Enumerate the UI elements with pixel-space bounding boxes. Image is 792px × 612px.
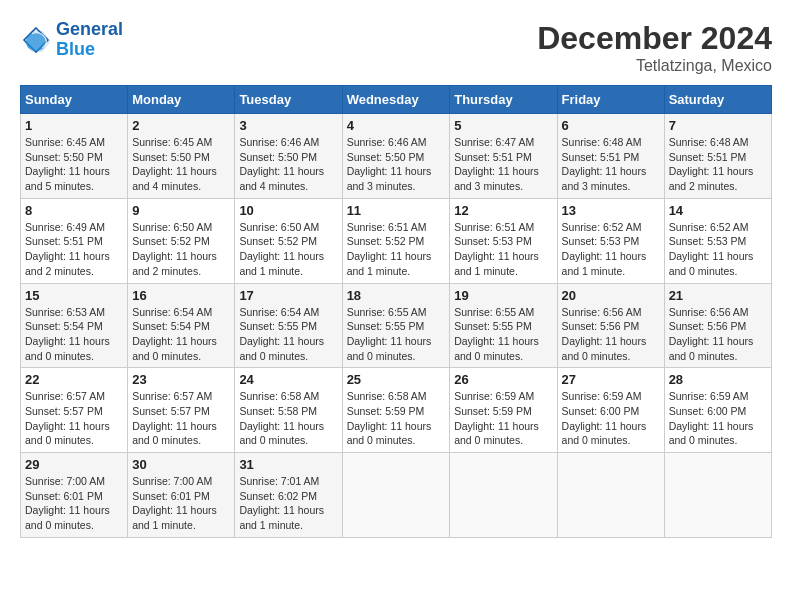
day-number: 17	[239, 288, 337, 303]
day-number: 21	[669, 288, 767, 303]
col-monday: Monday	[128, 86, 235, 114]
calendar-cell: 6Sunrise: 6:48 AMSunset: 5:51 PMDaylight…	[557, 114, 664, 199]
calendar-cell: 13Sunrise: 6:52 AMSunset: 5:53 PMDayligh…	[557, 198, 664, 283]
day-number: 8	[25, 203, 123, 218]
day-number: 24	[239, 372, 337, 387]
day-number: 10	[239, 203, 337, 218]
calendar-cell: 22Sunrise: 6:57 AMSunset: 5:57 PMDayligh…	[21, 368, 128, 453]
calendar-cell: 25Sunrise: 6:58 AMSunset: 5:59 PMDayligh…	[342, 368, 450, 453]
calendar-cell: 2Sunrise: 6:45 AMSunset: 5:50 PMDaylight…	[128, 114, 235, 199]
calendar-cell: 28Sunrise: 6:59 AMSunset: 6:00 PMDayligh…	[664, 368, 771, 453]
calendar-cell: 12Sunrise: 6:51 AMSunset: 5:53 PMDayligh…	[450, 198, 557, 283]
day-number: 9	[132, 203, 230, 218]
logo-icon	[20, 24, 52, 56]
calendar-cell: 29Sunrise: 7:00 AMSunset: 6:01 PMDayligh…	[21, 453, 128, 538]
day-info: Sunrise: 6:58 AMSunset: 5:58 PMDaylight:…	[239, 389, 337, 448]
calendar-cell: 24Sunrise: 6:58 AMSunset: 5:58 PMDayligh…	[235, 368, 342, 453]
col-wednesday: Wednesday	[342, 86, 450, 114]
day-info: Sunrise: 6:53 AMSunset: 5:54 PMDaylight:…	[25, 305, 123, 364]
calendar-cell: 30Sunrise: 7:00 AMSunset: 6:01 PMDayligh…	[128, 453, 235, 538]
day-info: Sunrise: 7:00 AMSunset: 6:01 PMDaylight:…	[25, 474, 123, 533]
day-info: Sunrise: 6:51 AMSunset: 5:52 PMDaylight:…	[347, 220, 446, 279]
day-info: Sunrise: 6:46 AMSunset: 5:50 PMDaylight:…	[347, 135, 446, 194]
day-info: Sunrise: 6:51 AMSunset: 5:53 PMDaylight:…	[454, 220, 552, 279]
calendar-cell: 7Sunrise: 6:48 AMSunset: 5:51 PMDaylight…	[664, 114, 771, 199]
calendar-week-5: 29Sunrise: 7:00 AMSunset: 6:01 PMDayligh…	[21, 453, 772, 538]
day-info: Sunrise: 6:52 AMSunset: 5:53 PMDaylight:…	[562, 220, 660, 279]
day-info: Sunrise: 6:57 AMSunset: 5:57 PMDaylight:…	[25, 389, 123, 448]
calendar-week-4: 22Sunrise: 6:57 AMSunset: 5:57 PMDayligh…	[21, 368, 772, 453]
day-info: Sunrise: 6:59 AMSunset: 6:00 PMDaylight:…	[669, 389, 767, 448]
day-number: 18	[347, 288, 446, 303]
day-number: 6	[562, 118, 660, 133]
day-info: Sunrise: 6:59 AMSunset: 6:00 PMDaylight:…	[562, 389, 660, 448]
logo-line2: Blue	[56, 39, 95, 59]
day-info: Sunrise: 6:56 AMSunset: 5:56 PMDaylight:…	[562, 305, 660, 364]
calendar-cell: 19Sunrise: 6:55 AMSunset: 5:55 PMDayligh…	[450, 283, 557, 368]
calendar-cell: 20Sunrise: 6:56 AMSunset: 5:56 PMDayligh…	[557, 283, 664, 368]
day-number: 13	[562, 203, 660, 218]
title-block: December 2024 Tetlatzinga, Mexico	[537, 20, 772, 75]
day-number: 30	[132, 457, 230, 472]
day-number: 22	[25, 372, 123, 387]
calendar-cell: 18Sunrise: 6:55 AMSunset: 5:55 PMDayligh…	[342, 283, 450, 368]
day-number: 14	[669, 203, 767, 218]
calendar-cell: 27Sunrise: 6:59 AMSunset: 6:00 PMDayligh…	[557, 368, 664, 453]
calendar-cell: 11Sunrise: 6:51 AMSunset: 5:52 PMDayligh…	[342, 198, 450, 283]
calendar-cell: 10Sunrise: 6:50 AMSunset: 5:52 PMDayligh…	[235, 198, 342, 283]
day-number: 16	[132, 288, 230, 303]
day-info: Sunrise: 6:45 AMSunset: 5:50 PMDaylight:…	[132, 135, 230, 194]
month-title: December 2024	[537, 20, 772, 57]
day-info: Sunrise: 6:54 AMSunset: 5:55 PMDaylight:…	[239, 305, 337, 364]
day-info: Sunrise: 6:57 AMSunset: 5:57 PMDaylight:…	[132, 389, 230, 448]
day-info: Sunrise: 6:50 AMSunset: 5:52 PMDaylight:…	[132, 220, 230, 279]
col-friday: Friday	[557, 86, 664, 114]
day-number: 23	[132, 372, 230, 387]
day-info: Sunrise: 6:55 AMSunset: 5:55 PMDaylight:…	[347, 305, 446, 364]
day-number: 26	[454, 372, 552, 387]
day-number: 31	[239, 457, 337, 472]
calendar-cell: 16Sunrise: 6:54 AMSunset: 5:54 PMDayligh…	[128, 283, 235, 368]
col-tuesday: Tuesday	[235, 86, 342, 114]
calendar-cell	[557, 453, 664, 538]
day-info: Sunrise: 6:55 AMSunset: 5:55 PMDaylight:…	[454, 305, 552, 364]
day-info: Sunrise: 6:59 AMSunset: 5:59 PMDaylight:…	[454, 389, 552, 448]
col-sunday: Sunday	[21, 86, 128, 114]
day-number: 11	[347, 203, 446, 218]
calendar-cell: 15Sunrise: 6:53 AMSunset: 5:54 PMDayligh…	[21, 283, 128, 368]
day-number: 1	[25, 118, 123, 133]
col-thursday: Thursday	[450, 86, 557, 114]
logo-text: General Blue	[56, 20, 123, 60]
calendar-week-2: 8Sunrise: 6:49 AMSunset: 5:51 PMDaylight…	[21, 198, 772, 283]
calendar-cell: 9Sunrise: 6:50 AMSunset: 5:52 PMDaylight…	[128, 198, 235, 283]
day-number: 28	[669, 372, 767, 387]
calendar-cell: 14Sunrise: 6:52 AMSunset: 5:53 PMDayligh…	[664, 198, 771, 283]
logo-line1: General	[56, 19, 123, 39]
day-number: 4	[347, 118, 446, 133]
day-info: Sunrise: 6:49 AMSunset: 5:51 PMDaylight:…	[25, 220, 123, 279]
location-title: Tetlatzinga, Mexico	[537, 57, 772, 75]
day-info: Sunrise: 6:45 AMSunset: 5:50 PMDaylight:…	[25, 135, 123, 194]
day-number: 27	[562, 372, 660, 387]
calendar-cell: 17Sunrise: 6:54 AMSunset: 5:55 PMDayligh…	[235, 283, 342, 368]
day-number: 19	[454, 288, 552, 303]
day-number: 20	[562, 288, 660, 303]
day-number: 2	[132, 118, 230, 133]
day-number: 25	[347, 372, 446, 387]
calendar-week-1: 1Sunrise: 6:45 AMSunset: 5:50 PMDaylight…	[21, 114, 772, 199]
page-header: General Blue December 2024 Tetlatzinga, …	[20, 20, 772, 75]
calendar-cell: 4Sunrise: 6:46 AMSunset: 5:50 PMDaylight…	[342, 114, 450, 199]
calendar-cell	[664, 453, 771, 538]
calendar-table: Sunday Monday Tuesday Wednesday Thursday…	[20, 85, 772, 538]
day-info: Sunrise: 6:56 AMSunset: 5:56 PMDaylight:…	[669, 305, 767, 364]
day-info: Sunrise: 7:01 AMSunset: 6:02 PMDaylight:…	[239, 474, 337, 533]
day-number: 7	[669, 118, 767, 133]
day-number: 12	[454, 203, 552, 218]
day-info: Sunrise: 6:46 AMSunset: 5:50 PMDaylight:…	[239, 135, 337, 194]
day-info: Sunrise: 6:52 AMSunset: 5:53 PMDaylight:…	[669, 220, 767, 279]
day-info: Sunrise: 6:50 AMSunset: 5:52 PMDaylight:…	[239, 220, 337, 279]
calendar-cell: 3Sunrise: 6:46 AMSunset: 5:50 PMDaylight…	[235, 114, 342, 199]
day-number: 3	[239, 118, 337, 133]
day-number: 5	[454, 118, 552, 133]
calendar-cell	[342, 453, 450, 538]
